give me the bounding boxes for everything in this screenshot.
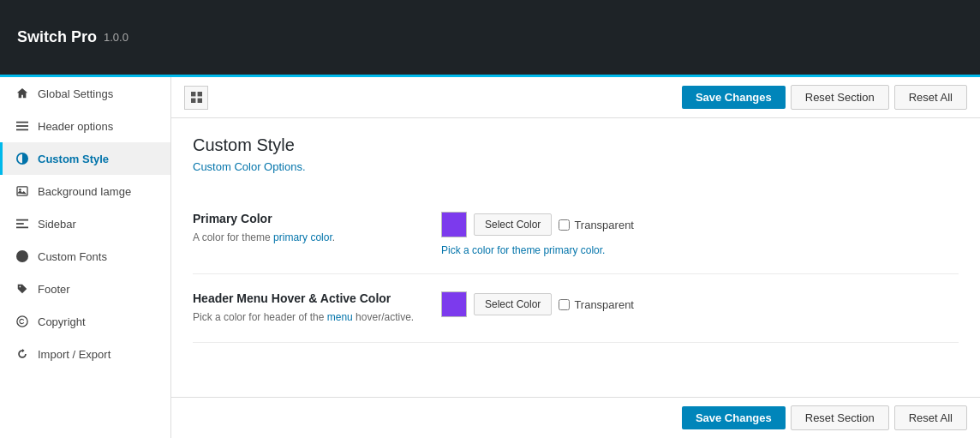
save-changes-button-bottom[interactable]: Save Changes bbox=[682, 406, 786, 429]
sidebar-item-import-export[interactable]: Import / Export bbox=[0, 338, 170, 370]
header-menu-hover-desc: Pick a color for header of the menu hove… bbox=[193, 309, 415, 325]
toolbar-left bbox=[184, 86, 208, 110]
sidebar-label: Copyright bbox=[38, 315, 86, 328]
copyright-icon bbox=[15, 315, 29, 328]
header-menu-hover-label: Header Menu Hover & Active Color bbox=[193, 291, 415, 305]
image-icon bbox=[15, 184, 29, 198]
svg-rect-1 bbox=[16, 125, 28, 127]
setting-row-header-menu-hover: Header Menu Hover & Active Color Pick a … bbox=[193, 274, 959, 343]
sidebar-label: Background Iamge bbox=[38, 185, 131, 198]
svg-rect-0 bbox=[16, 122, 28, 123]
sidebar: Global Settings Header options Custom St… bbox=[0, 77, 171, 438]
setting-row-primary-color: Primary Color A color for theme primary … bbox=[193, 195, 959, 274]
primary-transparent-row: Transparent bbox=[559, 219, 634, 231]
grid-icon[interactable] bbox=[184, 86, 208, 110]
sidebar-item-copyright[interactable]: Copyright bbox=[0, 305, 170, 338]
reset-section-button-bottom[interactable]: Reset Section bbox=[791, 405, 889, 430]
svg-rect-13 bbox=[191, 99, 195, 103]
top-header: Switch Pro 1.0.0 bbox=[0, 0, 980, 77]
svg-rect-6 bbox=[16, 219, 28, 221]
section-title: Custom Style bbox=[193, 135, 959, 155]
svg-rect-14 bbox=[197, 99, 201, 103]
sidebar-item-sidebar[interactable]: Sidebar bbox=[0, 207, 170, 240]
sidebar-item-global-settings[interactable]: Global Settings bbox=[0, 77, 170, 110]
section-subtitle: Custom Color Options. bbox=[193, 160, 959, 173]
svg-rect-2 bbox=[16, 129, 28, 131]
primary-transparent-checkbox[interactable] bbox=[559, 219, 570, 231]
svg-rect-8 bbox=[16, 227, 28, 229]
primary-color-hint: Pick a color for theme primary color. bbox=[441, 244, 959, 256]
app-version: 1.0.0 bbox=[104, 31, 128, 44]
primary-color-desc: A color for theme primary color. bbox=[193, 230, 415, 245]
svg-rect-7 bbox=[16, 223, 24, 225]
sidebar-label: Custom Style bbox=[38, 153, 109, 165]
header-menu-hover-select-button[interactable]: Select Color bbox=[474, 293, 552, 315]
header-menu-transparent-label: Transparent bbox=[574, 298, 634, 311]
svg-rect-4 bbox=[17, 187, 27, 195]
primary-color-control: Select Color Transparent Pick a color fo… bbox=[441, 212, 959, 256]
header-menu-hover-color-row: Select Color Transparent bbox=[441, 291, 959, 317]
sidebar-label: Header options bbox=[38, 120, 113, 133]
sidebar-label: Sidebar bbox=[38, 218, 76, 231]
reset-section-button-top[interactable]: Reset Section bbox=[791, 85, 889, 110]
custom-fonts-icon bbox=[15, 249, 29, 263]
svg-rect-12 bbox=[197, 92, 201, 96]
setting-info-header-menu-hover: Header Menu Hover & Active Color Pick a … bbox=[193, 291, 415, 325]
sidebar-item-header-options[interactable]: Header options bbox=[0, 110, 170, 142]
primary-color-link: primary color bbox=[273, 231, 332, 243]
reset-all-button-top[interactable]: Reset All bbox=[894, 85, 967, 110]
primary-color-swatch[interactable] bbox=[441, 212, 467, 237]
sidebar-item-custom-fonts[interactable]: Custom Fonts bbox=[0, 240, 170, 273]
primary-color-select-button[interactable]: Select Color bbox=[474, 213, 552, 236]
primary-color-label: Primary Color bbox=[193, 212, 415, 225]
primary-transparent-label: Transparent bbox=[574, 219, 634, 231]
home-icon bbox=[15, 87, 29, 100]
svg-point-10 bbox=[17, 316, 27, 327]
menu-icon bbox=[15, 119, 29, 133]
sidebar-label: Custom Fonts bbox=[38, 250, 107, 263]
sidebar-label: Footer bbox=[38, 283, 70, 296]
header-menu-transparent-row: Transparent bbox=[559, 298, 634, 311]
toolbar-right: Save Changes Reset Section Reset All bbox=[682, 85, 967, 110]
svg-rect-11 bbox=[191, 92, 195, 96]
reset-all-button-bottom[interactable]: Reset All bbox=[894, 405, 967, 430]
sidebar-label: Global Settings bbox=[38, 87, 113, 100]
toolbar: Save Changes Reset Section Reset All bbox=[171, 77, 980, 118]
save-changes-button-top[interactable]: Save Changes bbox=[682, 86, 786, 109]
refresh-icon bbox=[15, 347, 29, 361]
primary-color-row: Select Color Transparent bbox=[441, 212, 959, 237]
sidebar-item-custom-style[interactable]: Custom Style bbox=[0, 142, 170, 175]
tag-icon bbox=[15, 282, 29, 296]
sidebar-item-background-image[interactable]: Background Iamge bbox=[0, 175, 170, 207]
sidebar-item-footer[interactable]: Footer bbox=[0, 273, 170, 305]
header-menu-transparent-checkbox[interactable] bbox=[559, 299, 570, 310]
content-area: Custom Style Custom Color Options. Prima… bbox=[171, 118, 980, 397]
menu-link: menu bbox=[327, 311, 353, 323]
layout: Global Settings Header options Custom St… bbox=[0, 77, 980, 438]
sidebar-icon bbox=[15, 217, 29, 231]
app-title: Switch Pro bbox=[17, 28, 97, 46]
setting-info-primary-color: Primary Color A color for theme primary … bbox=[193, 212, 415, 245]
bottom-bar: Save Changes Reset Section Reset All bbox=[171, 397, 980, 438]
header-menu-hover-swatch[interactable] bbox=[441, 291, 467, 317]
sidebar-label: Import / Export bbox=[38, 348, 111, 361]
header-menu-hover-control: Select Color Transparent bbox=[441, 291, 959, 317]
main-content: Save Changes Reset Section Reset All Cus… bbox=[171, 77, 980, 438]
half-circle-icon bbox=[15, 152, 29, 165]
